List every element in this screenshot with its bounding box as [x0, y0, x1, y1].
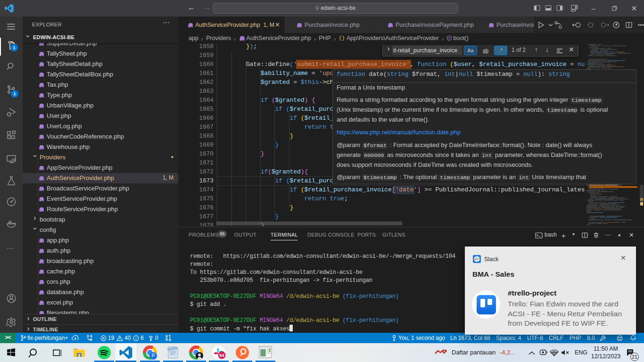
svg-text:84: 84: [219, 353, 224, 358]
